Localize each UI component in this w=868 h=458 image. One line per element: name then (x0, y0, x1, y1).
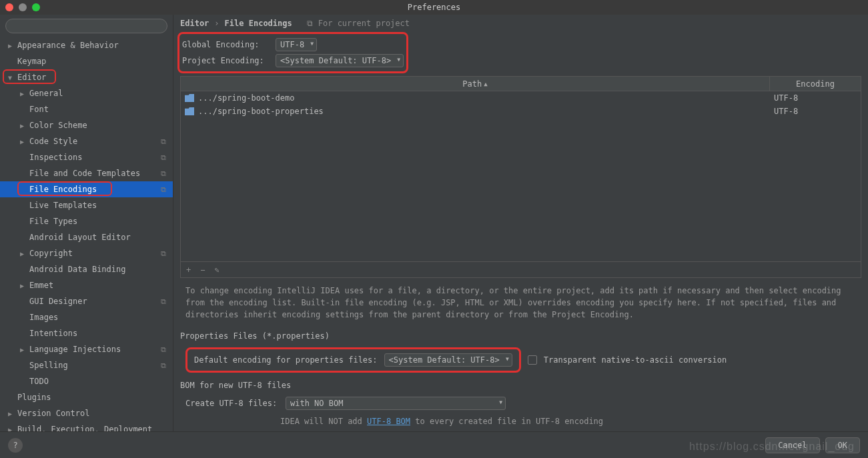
sidebar-item-copyright[interactable]: Copyright⧉ (0, 245, 173, 261)
expand-icon[interactable] (20, 90, 27, 97)
properties-section-title: Properties Files (*.properties) (173, 327, 868, 343)
add-button[interactable]: + (186, 265, 191, 275)
project-scope-icon: ⧉ (161, 169, 166, 178)
sidebar-item-editor[interactable]: Editor (0, 69, 173, 85)
sidebar-item-label: GUI Designer (29, 297, 87, 306)
expand-icon[interactable] (20, 138, 27, 145)
ok-button[interactable]: OK (825, 437, 860, 453)
expand-icon[interactable] (8, 410, 15, 417)
sidebar-item-keymap[interactable]: Keymap (0, 53, 173, 69)
sidebar-item-general[interactable]: General (0, 85, 173, 101)
help-button[interactable]: ? (8, 438, 23, 453)
window-title: Preferences (408, 3, 460, 12)
path-cell: .../spring-boot-properties (198, 107, 324, 116)
sidebar-item-file-encodings[interactable]: File Encodings⧉ (0, 181, 173, 197)
sidebar-item-label: File Encodings (29, 185, 97, 194)
cancel-button[interactable]: Cancel (765, 437, 819, 453)
global-encoding-label: Global Encoding: (182, 40, 269, 49)
global-encoding-dropdown[interactable]: UTF-8 (276, 38, 317, 51)
sidebar-item-file-types[interactable]: File Types (0, 213, 173, 229)
expand-icon[interactable] (8, 426, 15, 432)
props-default-label: Default encoding for properties files: (194, 355, 378, 365)
project-scope-icon: ⧉ (161, 361, 166, 370)
sidebar-item-android-layout-editor[interactable]: Android Layout Editor (0, 229, 173, 245)
create-utf8-label: Create UTF-8 files: (185, 399, 279, 408)
sidebar-item-label: Keymap (17, 57, 46, 66)
settings-tree[interactable]: Appearance & BehaviorKeymapEditorGeneral… (0, 37, 173, 431)
props-default-dropdown[interactable]: <System Default: UTF-8> (384, 353, 512, 367)
create-utf8-dropdown[interactable]: with NO BOM (286, 397, 506, 410)
sidebar-item-label: Android Layout Editor (29, 233, 131, 242)
sidebar-item-label: TODO (29, 377, 49, 386)
close-icon[interactable] (5, 3, 13, 11)
expand-icon[interactable] (8, 74, 15, 81)
maximize-icon[interactable] (32, 3, 40, 11)
sidebar-item-gui-designer[interactable]: GUI Designer⧉ (0, 293, 173, 309)
breadcrumb-child: File Encodings (225, 19, 292, 28)
project-encoding-dropdown[interactable]: <System Default: UTF-8> (276, 54, 404, 67)
sort-asc-icon: ▲ (484, 81, 487, 87)
expand-icon[interactable] (8, 42, 15, 49)
titlebar: Preferences (0, 0, 868, 15)
sidebar-item-label: Color Scheme (29, 121, 87, 130)
sidebar-item-label: Live Templates (29, 201, 97, 210)
remove-button[interactable]: − (200, 265, 205, 275)
folder-icon (185, 94, 194, 102)
sidebar-item-label: Version Control (17, 409, 89, 418)
expand-icon[interactable] (20, 122, 27, 129)
breadcrumb-parent[interactable]: Editor (180, 19, 209, 28)
project-scope-icon: ⧉ (161, 297, 166, 306)
sidebar-item-plugins[interactable]: Plugins (0, 389, 173, 405)
sidebar-item-appearance-behavior[interactable]: Appearance & Behavior (0, 37, 173, 53)
utf8-bom-link[interactable]: UTF-8 BOM (367, 417, 410, 426)
sidebar-item-intentions[interactable]: Intentions (0, 325, 173, 341)
encoding-cell[interactable]: UTF-8 (770, 93, 861, 103)
sidebar-item-build-execution-deployment[interactable]: Build, Execution, Deployment (0, 421, 173, 431)
sidebar-item-label: Code Style (29, 137, 77, 146)
scope-label: For current project (318, 19, 410, 28)
expand-icon[interactable] (20, 346, 27, 353)
sidebar-item-label: Emmet (29, 281, 53, 290)
sidebar-item-live-templates[interactable]: Live Templates (0, 197, 173, 213)
sidebar-item-label: Inspections (29, 153, 82, 162)
sidebar-item-label: Spelling (29, 361, 68, 370)
bom-hint: IDEA will NOT add UTF-8 BOM to every cre… (173, 414, 868, 431)
sidebar-item-label: Font (29, 105, 49, 114)
content-panel: Editor › File Encodings ⧉ For current pr… (173, 15, 868, 431)
sidebar-item-label: File and Code Templates (29, 169, 140, 178)
sidebar-item-color-scheme[interactable]: Color Scheme (0, 117, 173, 133)
path-cell: .../spring-boot-demo (198, 93, 295, 103)
sidebar-item-version-control[interactable]: Version Control (0, 405, 173, 421)
sidebar-item-inspections[interactable]: Inspections⧉ (0, 149, 173, 165)
encoding-cell[interactable]: UTF-8 (770, 107, 861, 116)
col-path[interactable]: Path▲ (181, 77, 770, 91)
description-text: To change encoding IntelliJ IDEA uses fo… (173, 278, 868, 327)
encoding-table: Path▲ Encoding .../spring-boot-demoUTF-8… (180, 76, 861, 278)
table-row[interactable]: .../spring-boot-demoUTF-8 (181, 91, 861, 105)
sidebar-item-todo[interactable]: TODO (0, 373, 173, 389)
project-scope-icon: ⧉ (161, 345, 166, 354)
sidebar-item-label: Editor (17, 73, 46, 82)
minimize-icon[interactable] (19, 3, 27, 11)
sidebar-item-file-and-code-templates[interactable]: File and Code Templates⧉ (0, 165, 173, 181)
col-encoding[interactable]: Encoding (770, 77, 861, 91)
bom-section-title: BOM for new UTF-8 files (173, 377, 868, 393)
sidebar-item-images[interactable]: Images (0, 309, 173, 325)
sidebar-item-font[interactable]: Font (0, 101, 173, 117)
search-input[interactable] (5, 19, 167, 33)
sidebar-item-android-data-binding[interactable]: Android Data Binding (0, 261, 173, 277)
breadcrumb: Editor › File Encodings ⧉ For current pr… (173, 15, 868, 32)
expand-icon[interactable] (20, 282, 27, 289)
expand-icon[interactable] (20, 250, 27, 257)
sidebar-item-language-injections[interactable]: Language Injections⧉ (0, 341, 173, 357)
sidebar-item-spelling[interactable]: Spelling⧉ (0, 357, 173, 373)
sidebar-item-emmet[interactable]: Emmet (0, 277, 173, 293)
sidebar-item-label: Intentions (29, 329, 77, 338)
breadcrumb-sep: › (214, 19, 219, 28)
sidebar-item-code-style[interactable]: Code Style⧉ (0, 133, 173, 149)
table-row[interactable]: .../spring-boot-propertiesUTF-8 (181, 105, 861, 118)
transparent-checkbox[interactable] (528, 355, 537, 365)
sidebar-item-label: Android Data Binding (29, 265, 126, 274)
sidebar-item-label: Plugins (17, 393, 51, 402)
edit-button[interactable]: ✎ (214, 265, 219, 275)
